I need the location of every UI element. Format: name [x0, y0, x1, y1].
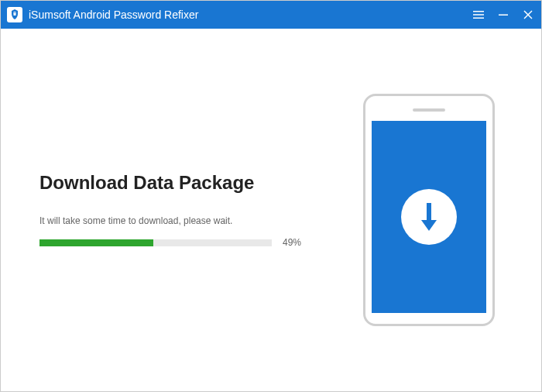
progress-row: 49%: [39, 237, 332, 248]
phone-illustration: [363, 94, 495, 326]
download-icon: [401, 189, 457, 245]
svg-rect-4: [473, 18, 484, 19]
right-panel: [355, 94, 503, 326]
phone-speaker: [413, 108, 445, 112]
progress-percent: 49%: [283, 237, 301, 248]
titlebar-controls: [473, 9, 533, 20]
left-panel: Download Data Package It will take some …: [39, 172, 355, 248]
minimize-icon[interactable]: [498, 9, 509, 20]
app-logo-icon: [7, 7, 22, 22]
titlebar-left: iSumsoft Android Password Refixer: [7, 7, 473, 22]
phone-screen: [372, 121, 486, 313]
titlebar: iSumsoft Android Password Refixer: [1, 1, 541, 29]
svg-rect-5: [499, 15, 508, 16]
svg-rect-8: [427, 203, 431, 222]
main-content: Download Data Package It will take some …: [1, 29, 541, 391]
svg-rect-2: [473, 11, 484, 12]
svg-rect-3: [473, 14, 484, 15]
status-text: It will take some time to download, plea…: [39, 215, 332, 226]
menu-icon[interactable]: [473, 9, 484, 20]
close-icon[interactable]: [523, 9, 533, 20]
svg-marker-9: [421, 220, 437, 231]
page-heading: Download Data Package: [39, 172, 332, 194]
progress-fill: [39, 239, 153, 246]
progress-bar: [39, 239, 272, 246]
app-window: iSumsoft Android Password Refixer: [0, 0, 542, 392]
app-title: iSumsoft Android Password Refixer: [29, 9, 198, 21]
